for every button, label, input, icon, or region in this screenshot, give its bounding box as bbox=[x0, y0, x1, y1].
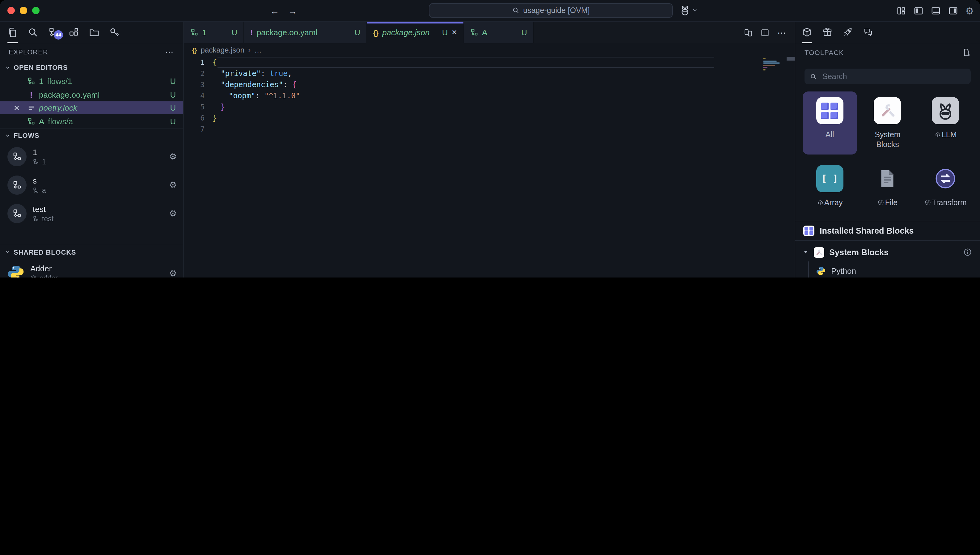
titlebar: ← → usage-guide [OVM] ⚙ bbox=[0, 0, 980, 22]
explorer-activity-icon[interactable] bbox=[7, 22, 18, 43]
category-llm[interactable]: LLM bbox=[919, 91, 973, 154]
toggle-secondary-sidebar-icon[interactable] bbox=[948, 6, 958, 16]
flow-avatar bbox=[7, 175, 27, 194]
sidebar: 44 EXPLORER ⋯ OPEN EDITORS 1 flows/1 U !… bbox=[0, 22, 184, 278]
open-editors-header[interactable]: OPEN EDITORS bbox=[0, 60, 183, 75]
flow-settings-gear-icon[interactable]: ⚙ bbox=[169, 208, 177, 218]
back-button[interactable]: ← bbox=[270, 5, 279, 16]
shared-block-card[interactable]: Adder adder ⚙ bbox=[0, 259, 183, 278]
verified-badge-icon bbox=[924, 199, 931, 206]
minimap[interactable] bbox=[763, 58, 785, 70]
code-content: { "private": true, "dependencies": { "oo… bbox=[213, 57, 767, 124]
chevron-down-icon bbox=[692, 7, 698, 13]
toolpack-search[interactable] bbox=[804, 69, 971, 84]
secrets-activity-icon[interactable] bbox=[109, 22, 120, 43]
toolpack-tab-icon[interactable] bbox=[802, 22, 812, 43]
flows-section-header[interactable]: FLOWS bbox=[0, 128, 183, 143]
line-number-gutter: 1 2 3 4 5 6 7 bbox=[184, 57, 213, 135]
info-icon[interactable] bbox=[963, 248, 972, 257]
explorer-more-icon[interactable]: ⋯ bbox=[165, 47, 174, 56]
maximize-window-button[interactable] bbox=[32, 7, 40, 14]
flow-settings-gear-icon[interactable]: ⚙ bbox=[169, 180, 177, 190]
flows-badge: 44 bbox=[54, 30, 63, 39]
block-python[interactable]: Python bbox=[809, 261, 980, 278]
open-editor-item[interactable]: 1 flows/1 U bbox=[0, 75, 183, 88]
git-status-badge: U bbox=[231, 28, 237, 37]
workspace-search-label: usage-guide [OVM] bbox=[523, 6, 589, 15]
group-system-blocks[interactable]: System Blocks bbox=[795, 243, 980, 261]
secondary-activity-bar bbox=[795, 22, 980, 43]
minimize-window-button[interactable] bbox=[20, 7, 27, 14]
open-editor-item[interactable]: ! package.oo.yaml U bbox=[0, 88, 183, 101]
flows-activity-icon[interactable]: 44 bbox=[48, 22, 59, 43]
block-settings-gear-icon[interactable]: ⚙ bbox=[169, 268, 177, 278]
breadcrumb[interactable]: {} package.json › … bbox=[184, 43, 794, 57]
oo-yaml-icon: ! bbox=[250, 28, 253, 37]
category-transform[interactable]: Transform bbox=[919, 159, 973, 213]
minimap-slider[interactable] bbox=[786, 57, 794, 61]
rocket-tab-icon[interactable] bbox=[843, 22, 853, 43]
explorer-title: EXPLORER bbox=[9, 48, 48, 55]
shared-blocks-section-header[interactable]: SHARED BLOCKS bbox=[0, 244, 183, 259]
close-tab-icon[interactable]: ✕ bbox=[452, 29, 457, 37]
all-blocks-icon bbox=[816, 97, 844, 124]
toolpack-category-grid: All System Blocks LLM [ ] Array File Tra… bbox=[795, 88, 980, 221]
open-editor-item-selected[interactable]: ✕ poetry.lock U bbox=[0, 101, 183, 115]
flow-settings-gear-icon[interactable]: ⚙ bbox=[169, 152, 177, 162]
new-toolpack-icon[interactable] bbox=[962, 48, 971, 57]
category-all[interactable]: All bbox=[803, 91, 857, 154]
flow-avatar bbox=[7, 204, 27, 223]
oomol-studio-window: ← → usage-guide [OVM] ⚙ 44 bbox=[0, 0, 980, 278]
flow-card[interactable]: s a ⚙ bbox=[0, 171, 183, 199]
oo-yaml-icon: ! bbox=[27, 90, 35, 99]
toolpack-search-input[interactable] bbox=[821, 71, 965, 81]
tab-package-json[interactable]: {} package.json U ✕ bbox=[367, 22, 464, 43]
toolpack-sidebar: TOOLPACK All System Blocks LLM [ ] Array bbox=[794, 22, 980, 278]
git-status-badge: U bbox=[168, 117, 178, 126]
search-icon bbox=[810, 73, 817, 80]
transform-icon bbox=[932, 165, 959, 192]
category-file[interactable]: File bbox=[860, 159, 914, 213]
open-changes-icon[interactable] bbox=[744, 28, 753, 37]
blocks-activity-icon[interactable] bbox=[69, 22, 79, 43]
toggle-panel-icon[interactable] bbox=[931, 6, 940, 16]
split-editor-icon[interactable] bbox=[761, 28, 769, 37]
tab-flow-1[interactable]: 1 U bbox=[184, 22, 244, 43]
editor-tab-bar: 1 U ! package.oo.yaml U {} package.json … bbox=[184, 22, 794, 43]
editor-more-actions-icon[interactable]: ⋯ bbox=[777, 27, 786, 37]
flow-card[interactable]: test test ⚙ bbox=[0, 199, 183, 228]
folder-activity-icon[interactable] bbox=[89, 22, 99, 43]
close-window-button[interactable] bbox=[7, 7, 15, 14]
forward-button[interactable]: → bbox=[288, 5, 297, 16]
tab-package-oo-yaml[interactable]: ! package.oo.yaml U bbox=[244, 22, 367, 43]
window-controls bbox=[0, 7, 40, 14]
triangle-down-icon bbox=[803, 249, 809, 255]
activity-bar: 44 bbox=[0, 22, 183, 43]
git-status-badge: U bbox=[168, 90, 178, 99]
verified-badge-icon bbox=[878, 199, 884, 206]
installed-shared-blocks-header: Installed Shared Blocks bbox=[795, 221, 980, 241]
category-array[interactable]: [ ] Array bbox=[803, 159, 857, 213]
category-system-blocks[interactable]: System Blocks bbox=[860, 91, 914, 154]
customize-layout-icon[interactable] bbox=[896, 6, 906, 16]
command-center[interactable]: usage-guide [OVM] bbox=[429, 3, 673, 18]
toggle-primary-sidebar-icon[interactable] bbox=[914, 6, 923, 16]
flow-card[interactable]: 1 1 ⚙ bbox=[0, 143, 183, 171]
gift-tab-icon[interactable] bbox=[822, 22, 832, 43]
array-icon: [ ] bbox=[816, 165, 844, 192]
code-editor[interactable]: 1 2 3 4 5 6 7 { "private": true, "depend… bbox=[184, 57, 794, 278]
search-icon bbox=[512, 7, 519, 14]
json-braces-icon: {} bbox=[192, 47, 197, 53]
search-activity-icon[interactable] bbox=[28, 22, 38, 43]
chat-tab-icon[interactable] bbox=[863, 22, 873, 43]
close-editor-icon[interactable]: ✕ bbox=[14, 104, 24, 112]
editor-group: 1 U ! package.oo.yaml U {} package.json … bbox=[184, 22, 794, 278]
assistant-menu[interactable] bbox=[680, 5, 698, 16]
list-file-icon bbox=[27, 104, 35, 112]
git-status-badge: U bbox=[168, 77, 178, 86]
settings-gear-icon[interactable]: ⚙ bbox=[966, 5, 974, 16]
open-editor-item[interactable]: A flows/a U bbox=[0, 115, 183, 128]
cloud-download-icon bbox=[817, 199, 824, 206]
tab-flow-a[interactable]: A U bbox=[464, 22, 534, 43]
json-braces-icon: {} bbox=[373, 29, 378, 36]
